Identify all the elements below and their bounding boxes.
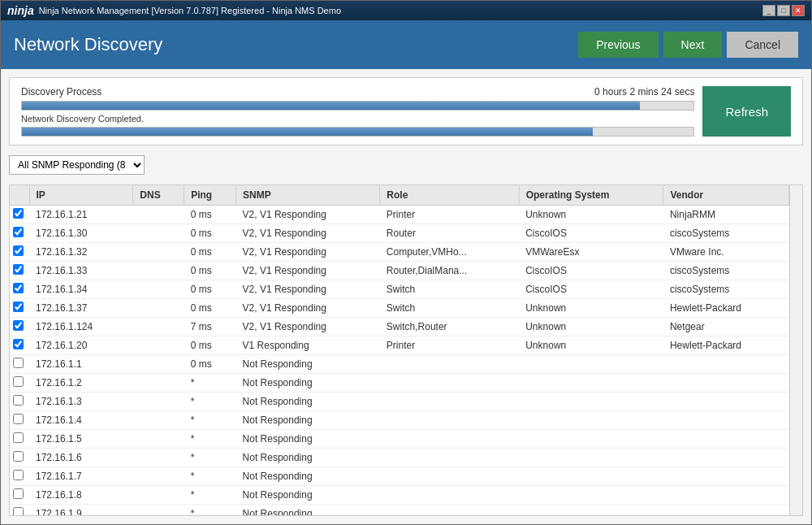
row-ping: 0 ms — [184, 243, 236, 262]
row-checkbox-cell — [10, 318, 29, 336]
table-scroll[interactable]: IP DNS Ping SNMP Role Operating System V… — [10, 185, 789, 515]
row-checkbox[interactable] — [13, 302, 24, 312]
row-ip: 172.16.1.6 — [29, 449, 133, 467]
row-role: Router,DialMana... — [380, 262, 519, 280]
row-dns — [133, 206, 184, 224]
row-checkbox[interactable] — [13, 245, 24, 256]
row-checkbox[interactable] — [13, 414, 24, 424]
col-os: Operating System — [519, 185, 663, 206]
row-ping: * — [184, 486, 236, 505]
table-row: 172.16.1.200 msV1 RespondingPrinterUnkno… — [10, 336, 789, 355]
row-checkbox-cell — [10, 486, 29, 505]
row-ping: * — [184, 430, 236, 449]
title-bar: ninja Ninja Network Management [Version … — [1, 1, 811, 20]
row-checkbox-cell — [10, 243, 29, 262]
row-ip: 172.16.1.2 — [29, 374, 133, 393]
row-vendor: ciscoSystems — [663, 262, 789, 280]
page-title: Network Discovery — [14, 34, 162, 55]
row-ping: 0 ms — [184, 355, 236, 374]
row-checkbox[interactable] — [13, 488, 24, 499]
row-checkbox-cell — [10, 336, 29, 355]
row-dns — [133, 355, 184, 374]
cancel-button[interactable]: Cancel — [727, 32, 798, 58]
row-checkbox[interactable] — [13, 339, 24, 349]
row-vendor: Netgear — [663, 318, 789, 336]
table-row: 172.16.1.300 msV2, V1 RespondingRouterCi… — [10, 224, 789, 243]
row-snmp: Not Responding — [236, 374, 380, 393]
row-checkbox-cell — [10, 224, 29, 243]
row-vendor — [663, 467, 789, 486]
row-checkbox[interactable] — [13, 470, 24, 480]
row-ping: 0 ms — [184, 262, 236, 280]
row-role — [380, 505, 519, 516]
row-checkbox-cell — [10, 280, 29, 299]
row-ip: 172.16.1.4 — [29, 411, 133, 430]
scrollbar[interactable] — [789, 185, 802, 515]
row-ping: 0 ms — [184, 280, 236, 299]
row-vendor — [663, 411, 789, 430]
row-checkbox[interactable] — [13, 451, 24, 462]
row-checkbox[interactable] — [13, 507, 24, 515]
minimize-button[interactable]: _ — [762, 5, 775, 16]
row-dns — [133, 393, 184, 411]
row-vendor: ciscoSystems — [663, 224, 789, 243]
table-row: 172.16.1.320 msV2, V1 RespondingComputer… — [10, 243, 789, 262]
row-role — [380, 393, 519, 411]
window-controls[interactable]: _ □ ✕ — [762, 5, 805, 16]
row-checkbox[interactable] — [13, 320, 24, 331]
row-checkbox[interactable] — [13, 208, 24, 219]
row-os: CiscoIOS — [519, 262, 663, 280]
row-snmp: V2, V1 Responding — [236, 280, 380, 299]
row-snmp: Not Responding — [236, 430, 380, 449]
row-snmp: Not Responding — [236, 355, 380, 374]
row-os: CiscoIOS — [519, 280, 663, 299]
row-dns — [133, 505, 184, 516]
row-checkbox[interactable] — [13, 358, 24, 368]
row-snmp: Not Responding — [236, 449, 380, 467]
row-checkbox-cell — [10, 505, 29, 516]
row-role — [380, 355, 519, 374]
row-ping: 7 ms — [184, 318, 236, 336]
row-checkbox[interactable] — [13, 376, 24, 387]
row-dns — [133, 449, 184, 467]
col-snmp: SNMP — [236, 185, 380, 206]
row-role — [380, 486, 519, 505]
row-os: Unknown — [519, 299, 663, 318]
row-dns — [133, 243, 184, 262]
row-role: Printer — [380, 206, 519, 224]
row-ip: 172.16.1.20 — [29, 336, 133, 355]
row-checkbox[interactable] — [13, 395, 24, 406]
row-dns — [133, 318, 184, 336]
row-vendor: Hewlett-Packard — [663, 299, 789, 318]
row-vendor — [663, 374, 789, 393]
row-snmp: Not Responding — [236, 393, 380, 411]
row-role: Switch,Router — [380, 318, 519, 336]
maximize-button[interactable]: □ — [777, 5, 790, 16]
row-ip: 172.16.1.124 — [29, 318, 133, 336]
row-os: VMWareEsx — [519, 243, 663, 262]
row-checkbox[interactable] — [13, 264, 24, 275]
row-dns — [133, 430, 184, 449]
row-dns — [133, 299, 184, 318]
row-snmp: V1 Responding — [236, 336, 380, 355]
row-ip: 172.16.1.5 — [29, 430, 133, 449]
next-button[interactable]: Next — [663, 32, 723, 58]
row-ip: 172.16.1.8 — [29, 486, 133, 505]
refresh-button[interactable]: Refresh — [702, 86, 791, 137]
row-dns — [133, 280, 184, 299]
row-checkbox[interactable] — [13, 432, 24, 443]
table-wrapper: IP DNS Ping SNMP Role Operating System V… — [10, 185, 802, 515]
row-ping: * — [184, 393, 236, 411]
previous-button[interactable]: Previous — [578, 32, 658, 58]
row-checkbox[interactable] — [13, 227, 24, 237]
filter-row: All SNMP Responding (8 — [9, 152, 803, 178]
close-button[interactable]: ✕ — [792, 5, 805, 16]
discovery-process-label: Discovery Process — [21, 86, 102, 98]
row-checkbox-cell — [10, 374, 29, 393]
table-body: 172.16.1.210 msV2, V1 RespondingPrinterU… — [10, 206, 789, 516]
row-checkbox[interactable] — [13, 283, 24, 293]
row-snmp: V2, V1 Responding — [236, 318, 380, 336]
snmp-filter-select[interactable]: All SNMP Responding (8 — [9, 155, 145, 175]
row-checkbox-cell — [10, 393, 29, 411]
row-checkbox-cell — [10, 299, 29, 318]
